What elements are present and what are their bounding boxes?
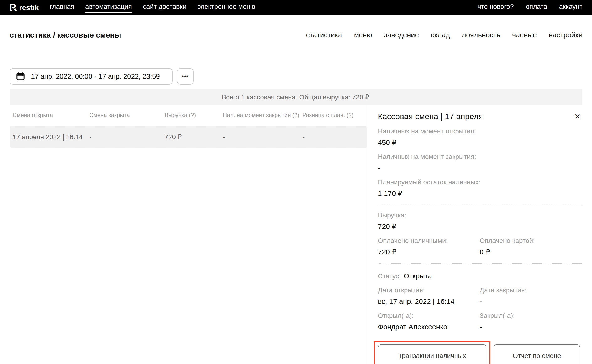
nav-item-oplata[interactable]: оплата — [526, 3, 547, 13]
nav-item-glavnaya[interactable]: главная — [50, 3, 74, 13]
shift-detail-panel: Кассовая смена | 17 апреля ✕ Наличных на… — [367, 105, 592, 364]
cash-open-value: 450 ₽ — [378, 138, 582, 147]
paid-cash-label: Оплачено наличными: — [378, 236, 480, 245]
nav-item-akkaunt[interactable]: аккаунт — [559, 3, 582, 13]
date-range-picker[interactable]: 17 апр. 2022, 00:00 - 17 апр. 2022, 23:5… — [10, 68, 173, 85]
nav-item-sajt-dostavki[interactable]: сайт доставки — [143, 3, 186, 13]
nav-item-avtomatizaciya[interactable]: автоматизация — [85, 3, 132, 13]
col-header-shift-opened: Смена открыта — [13, 112, 89, 118]
tab-nastrojki[interactable]: настройки — [549, 31, 582, 39]
red-highlight-annotation: Транзакции наличных — [374, 341, 490, 364]
restik-logo-icon: ℝ — [10, 3, 17, 12]
opened-at-value: вс, 17 апр. 2022 | 16:14 — [378, 297, 480, 306]
cash-open-label: Наличных на момент открытия: — [378, 127, 582, 135]
paid-cash-value: 720 ₽ — [378, 248, 480, 256]
calendar-icon — [16, 72, 25, 81]
cash-close-label: Наличных на момент закрытия: — [378, 152, 582, 161]
tab-menyu[interactable]: меню — [354, 31, 372, 39]
col-header-plan-diff: Разница с план. (?) — [302, 112, 367, 118]
tab-loyalnost[interactable]: лояльность — [462, 31, 500, 39]
planned-cash-value: 1 170 ₽ — [378, 189, 582, 198]
closed-at-label: Дата закрытия: — [480, 286, 582, 294]
tab-statistika[interactable]: статистика — [306, 31, 342, 39]
nav-item-elektronnoe-menyu[interactable]: электронное меню — [197, 3, 255, 13]
paid-card-value: 0 ₽ — [480, 248, 582, 256]
cell-shift-closed: - — [89, 133, 165, 141]
col-header-revenue: Выручка (?) — [165, 112, 223, 118]
col-header-cash-at-close: Нал. на момент закрытия (?) — [223, 112, 302, 118]
revenue-label: Выручка: — [378, 211, 582, 219]
closed-at-value: - — [480, 297, 582, 306]
tab-sklad[interactable]: склад — [431, 31, 450, 39]
close-icon[interactable]: ✕ — [573, 112, 582, 121]
breadcrumb: статистика / кассовые смены — [10, 31, 121, 39]
planned-cash-label: Планируемый остаток наличных: — [378, 178, 582, 186]
more-options-button[interactable]: ••• — [177, 68, 194, 85]
col-header-shift-closed: Смена закрыта — [89, 112, 165, 118]
status-badge: Открыта — [404, 272, 432, 280]
nav-item-whats-new[interactable]: что нового? — [478, 3, 514, 13]
closed-by-label: Закрыл(-а): — [480, 312, 582, 320]
restik-logo[interactable]: ℝ restik — [10, 3, 39, 12]
date-range-value: 17 апр. 2022, 00:00 - 17 апр. 2022, 23:5… — [25, 72, 166, 80]
section-tabs: статистика меню заведение склад лояльнос… — [306, 31, 582, 39]
cell-cash-at-close: - — [223, 133, 302, 141]
table-row[interactable]: 17 апреля 2022 | 16:14 - 720 ₽ - - — [10, 126, 367, 148]
summary-text: Всего 1 кассовая смена. Общая выручка: 7… — [222, 93, 369, 101]
shifts-table: Смена открыта Смена закрыта Выручка (?) … — [0, 105, 367, 364]
ellipsis-icon: ••• — [182, 73, 189, 79]
divider — [378, 205, 582, 205]
cash-close-value: - — [378, 164, 582, 172]
cash-transactions-button[interactable]: Транзакции наличных — [378, 344, 486, 364]
tab-chaevye[interactable]: чаевые — [512, 31, 537, 39]
closed-by-value: - — [480, 323, 582, 331]
page-header: статистика / кассовые смены статистика м… — [0, 15, 592, 40]
opened-by-label: Открыл(-а): — [378, 312, 480, 320]
brand-name: restik — [19, 4, 39, 12]
shift-report-button[interactable]: Отчет по смене — [494, 344, 580, 364]
top-navigation: ℝ restik главная автоматизация сайт дост… — [0, 0, 592, 15]
cell-revenue: 720 ₽ — [165, 133, 223, 141]
opened-by-value: Фондрат Алексеенко — [378, 323, 480, 331]
summary-bar: Всего 1 кассовая смена. Общая выручка: 7… — [10, 90, 582, 105]
main-content: Смена открыта Смена закрыта Выручка (?) … — [0, 105, 592, 364]
tab-zavedenie[interactable]: заведение — [384, 31, 419, 39]
revenue-value: 720 ₽ — [378, 222, 582, 231]
toolbar: 17 апр. 2022, 00:00 - 17 апр. 2022, 23:5… — [10, 68, 592, 85]
paid-card-label: Оплачено картой: — [480, 236, 582, 245]
divider — [378, 263, 582, 264]
table-header-row: Смена открыта Смена закрыта Выручка (?) … — [10, 105, 367, 126]
cell-shift-opened: 17 апреля 2022 | 16:14 — [13, 133, 89, 141]
panel-title: Кассовая смена | 17 апреля — [378, 112, 483, 121]
status-label: Статус: — [378, 272, 401, 280]
cell-plan-diff: - — [302, 133, 367, 141]
opened-at-label: Дата открытия: — [378, 286, 480, 294]
